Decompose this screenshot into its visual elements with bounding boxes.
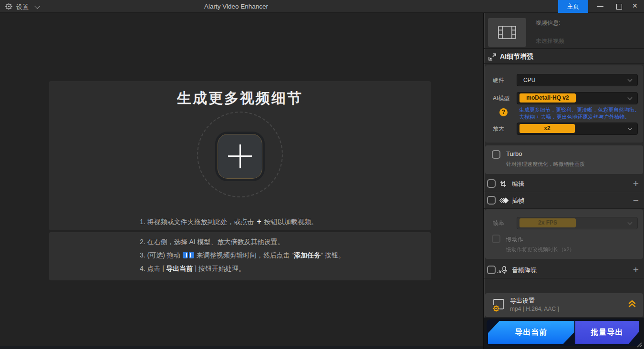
trim-start-icon [183, 252, 188, 258]
turbo-description: 针对推理速度优化，略微牺牲画质 [506, 161, 585, 168]
film-icon [498, 26, 516, 39]
microphone-icon [497, 266, 508, 275]
ai-enhance-title: AI细节增强 [500, 52, 533, 61]
close-icon: ✕ [632, 2, 638, 10]
turbo-section: Turbo 针对推理速度优化，略微牺牲画质 [485, 145, 643, 174]
video-drop-zone[interactable]: 生成更多视频细节 1. 将视频或文件夹拖放到此处，或点击 + 按钮以加载视频。 [49, 81, 431, 230]
video-info-label: 视频信息: [536, 19, 560, 27]
batch-export-label: 批量导出 [591, 328, 623, 338]
export-settings-title: 导出设置 [510, 297, 535, 305]
interpolation-checkbox[interactable] [487, 196, 496, 205]
edit-checkbox[interactable] [487, 179, 496, 188]
double-chevron-up-icon[interactable] [628, 300, 636, 308]
divider [484, 63, 644, 64]
hardware-label: 硬件 [493, 74, 504, 86]
trim-end-icon [189, 252, 194, 258]
slow-motion-label: 慢动作 [506, 236, 523, 244]
app-title: Aiarty Video Enhancer [204, 3, 268, 10]
hardware-value: CPU [523, 74, 535, 86]
divider [484, 208, 644, 209]
export-current-label: 导出当前 [515, 328, 548, 338]
chevron-down-icon [628, 220, 633, 225]
maximize-icon [616, 4, 622, 10]
export-settings-icon [491, 298, 506, 313]
chevron-down-icon [628, 77, 633, 82]
model-description-line2: 去模糊 + 去噪，更出色地还原发丝与户外植物。 [519, 113, 630, 121]
fps-badge: 2x FPS [519, 218, 576, 227]
chevron-down-icon[interactable] [34, 3, 40, 9]
edit-label: 编辑 [512, 180, 524, 188]
help-icon[interactable]: ? [499, 108, 508, 116]
dropzone-heading: 生成更多视频细节 [49, 89, 431, 108]
step3-text-mid: 来调整视频剪辑时间，然后点击 “ [195, 251, 294, 259]
export-format-value: mp4 [ H.264, AAC ] [510, 306, 559, 312]
step3-text-post: ” 按钮。 [321, 251, 345, 259]
minimize-button[interactable] [593, 0, 607, 13]
divider [484, 278, 644, 278]
interpolation-section: 帧率 2x FPS 慢动作 慢动作将更改视频时长（x2） [485, 209, 643, 259]
ai-enhance-section: 硬件 CPU AI模型 moDetail-HQ v2 ? 生成更多细节，更锐利、… [485, 65, 643, 143]
ai-model-badge: moDetail-HQ v2 [519, 93, 576, 103]
audio-denoise-label: 音频降噪 [512, 266, 537, 275]
minimize-icon [597, 6, 603, 7]
step4-export-label: 导出当前 [166, 265, 193, 272]
gear-icon[interactable] [5, 2, 13, 10]
interpolation-disabled-area: 帧率 2x FPS 慢动作 慢动作将更改视频时长（x2） [485, 209, 643, 259]
edit-expand-button[interactable]: + [633, 177, 639, 190]
divider [484, 48, 644, 49]
ai-model-label: AI模型 [493, 92, 509, 104]
interpolation-collapse-button[interactable]: − [633, 194, 639, 207]
frame-interpolation-icon [499, 196, 509, 205]
hardware-select[interactable]: CPU [517, 74, 638, 86]
batch-export-button[interactable]: 批量导出 [575, 321, 639, 344]
fps-label: 帧率 [493, 217, 504, 229]
model-description-line1: 生成更多细节，更锐利、更清晰，色彩更自然均衡。 [519, 106, 640, 113]
turbo-checkbox[interactable] [492, 150, 500, 159]
scale-label: 放大 [493, 123, 504, 135]
turbo-label: Turbo [506, 150, 522, 157]
titlebar: 设置 Aiarty Video Enhancer 主页 ✕ [0, 0, 644, 13]
maximize-button[interactable] [612, 0, 626, 13]
ai-model-select[interactable]: moDetail-HQ v2 [517, 92, 638, 104]
audio-denoise-checkbox[interactable] [487, 266, 496, 274]
scale-badge: x2 [519, 124, 575, 133]
add-video-button[interactable] [215, 132, 265, 181]
home-button-label: 主页 [567, 3, 580, 10]
audio-expand-button[interactable]: + [633, 263, 639, 277]
upscale-icon [488, 53, 497, 61]
instructions-panel: 2. 在右侧，选择 AI 模型、放大倍数及其他设置。 3. (可选) 拖动 来调… [49, 232, 431, 280]
instruction-step-1: 1. 将视频或文件夹拖放到此处，或点击 + 按钮以加载视频。 [140, 217, 318, 226]
settings-sidebar: 视频信息: 未选择视频 AI细节增强 硬件 CPU AI模型 moDetail-… [483, 13, 644, 349]
audio-denoise-row: 音频降噪 + [484, 262, 644, 278]
step3-add-task-label: 添加任务 [294, 251, 321, 259]
edit-section-row: 编辑 + [484, 175, 644, 192]
step3-text-pre: 3. (可选) 拖动 [140, 251, 182, 259]
interpolation-section-row: 插帧 − [484, 192, 644, 208]
video-thumbnail-placeholder [488, 18, 526, 47]
chevron-down-icon [628, 126, 633, 131]
interpolation-label: 插帧 [512, 196, 524, 205]
instruction-step-2: 2. 在右侧，选择 AI 模型、放大倍数及其他设置。 [140, 237, 284, 246]
close-button[interactable]: ✕ [628, 0, 643, 13]
export-button-frame: 导出当前 批量导出 [487, 319, 640, 346]
step4-text-pre: 4. 点击 [ [140, 265, 166, 272]
slow-motion-checkbox[interactable] [492, 235, 500, 243]
slow-motion-description: 慢动作将更改视频时长（x2） [506, 246, 575, 253]
video-info-empty: 未选择视频 [536, 37, 564, 45]
instruction-step-4: 4. 点击 [ 导出当前 ] 按钮开始处理。 [140, 264, 245, 273]
export-current-button[interactable]: 导出当前 [488, 321, 574, 344]
export-button-bar: 导出当前 批量导出 [484, 318, 644, 349]
export-settings-section[interactable]: 导出设置 mp4 [ H.264, AAC ] [485, 293, 643, 317]
plus-icon: + [256, 217, 262, 226]
chevron-down-icon [628, 95, 633, 100]
edit-crop-icon [499, 180, 507, 188]
fps-select[interactable]: 2x FPS [517, 217, 638, 229]
home-button[interactable]: 主页 [558, 0, 588, 13]
step1-text-post: 按钮以加载视频。 [262, 218, 318, 226]
step4-text-post: ] 按钮开始处理。 [193, 265, 245, 272]
step1-text-pre: 1. 将视频或文件夹拖放到此处，或点击 [140, 218, 256, 226]
scale-select[interactable]: x2 [517, 123, 638, 135]
instruction-step-3: 3. (可选) 拖动 来调整视频剪辑时间，然后点击 “添加任务” 按钮。 [140, 250, 345, 260]
settings-menu[interactable]: 设置 [16, 3, 29, 11]
resize-grip[interactable] [635, 341, 643, 348]
